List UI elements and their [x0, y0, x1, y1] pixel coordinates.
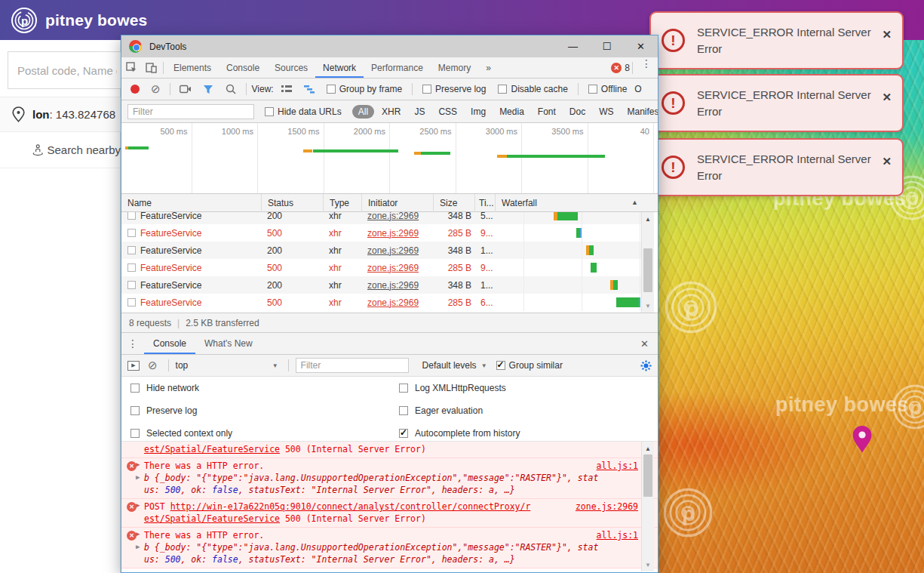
table-row[interactable]: FeatureService 500 xhr zone.js:2969 285 …	[121, 259, 641, 276]
scroll-up-icon[interactable]: ▲	[642, 443, 654, 454]
console-settings-gear-icon[interactable]	[640, 360, 652, 371]
table-row[interactable]: FeatureService 200 xhr zone.js:2969 348 …	[121, 212, 641, 224]
scrollbar-thumb[interactable]	[643, 454, 652, 497]
type-filter-manifest[interactable]: Manifest	[622, 105, 658, 119]
console-source-link[interactable]: zone.js:2969	[576, 501, 638, 513]
console-error-continuation[interactable]: est/Spatial/FeatureService 500 (Internal…	[121, 442, 658, 458]
hide-data-urls-checkbox[interactable]: Hide data URLs	[265, 106, 342, 117]
row-checkbox[interactable]	[127, 281, 136, 289]
initiator-link[interactable]: zone.js:2969	[367, 280, 419, 291]
record-button[interactable]	[130, 85, 140, 94]
type-filter-font[interactable]: Font	[532, 105, 562, 119]
network-filter-input[interactable]	[127, 104, 254, 119]
scroll-up-icon[interactable]: ▲	[642, 214, 654, 224]
column-header-initiator[interactable]: Initiator	[361, 194, 433, 212]
console-error-message[interactable]: ✕ ▶ There was a HTTP error. all.js:1 ▶ b…	[121, 458, 658, 499]
tab-sources[interactable]: Sources	[267, 57, 315, 78]
close-button[interactable]: ✕	[624, 35, 658, 57]
more-tabs-chevron[interactable]: »	[478, 57, 499, 78]
tab-console[interactable]: Console	[144, 333, 195, 354]
view-list-icon[interactable]	[277, 85, 296, 94]
minimize-button[interactable]: —	[556, 35, 590, 57]
type-filter-ws[interactable]: WS	[593, 105, 619, 119]
console-link[interactable]: est/Spatial/FeatureService	[144, 513, 280, 524]
clear-icon[interactable]: ⊘	[151, 82, 161, 96]
console-link[interactable]: http://win-e17a622n05q:9010/connect/anal…	[170, 501, 531, 512]
inspect-element-icon[interactable]	[121, 57, 141, 78]
search-icon[interactable]	[221, 84, 241, 94]
disable-cache-checkbox[interactable]: Disable cache	[498, 84, 567, 94]
type-filter-all[interactable]: All	[352, 105, 374, 119]
table-row[interactable]: FeatureService 500 xhr zone.js:2969 285 …	[121, 294, 641, 311]
initiator-link[interactable]: zone.js:2969	[367, 245, 419, 256]
devtools-titlebar[interactable]: DevTools — ☐ ✕	[121, 35, 658, 57]
tab-elements[interactable]: Elements	[166, 57, 219, 78]
expand-triangle-icon[interactable]: ▶	[136, 461, 140, 468]
toast-close-icon[interactable]: ✕	[882, 155, 892, 168]
setting-selected-context-only[interactable]: Selected context only	[130, 428, 232, 439]
console-scrollbar[interactable]: ▲ ▼	[641, 442, 654, 571]
group-similar-checkbox[interactable]: Group similar	[496, 360, 563, 371]
setting-hide-network[interactable]: Hide network	[130, 383, 199, 393]
initiator-link[interactable]: zone.js:2969	[367, 263, 419, 273]
clear-console-icon[interactable]: ⊘	[148, 359, 158, 372]
preserve-log-checkbox[interactable]: Preserve log	[422, 84, 486, 94]
network-overview-timeline[interactable]: 500 ms1000 ms1500 ms2000 ms2500 ms3000 m…	[121, 123, 658, 194]
tab-network[interactable]: Network	[315, 57, 364, 78]
initiator-link[interactable]: zone.js:2969	[367, 297, 419, 308]
search-input[interactable]	[8, 51, 127, 89]
row-checkbox[interactable]	[127, 298, 136, 307]
online-dropdown-clipped[interactable]: O	[634, 84, 641, 94]
tab-memory[interactable]: Memory	[431, 57, 478, 78]
sort-arrow-icon[interactable]: ▲	[631, 199, 638, 206]
context-selector[interactable]: top▼	[176, 360, 281, 371]
console-sidebar-toggle-icon[interactable]: ▶	[127, 361, 140, 371]
scrollbar-thumb[interactable]	[643, 248, 652, 292]
column-header-type[interactable]: Type	[323, 194, 361, 212]
search-nearby-button[interactable]: Search nearby	[0, 132, 121, 168]
console-error-message[interactable]: ✕ ▶ There was a HTTP error. all.js:1 ▶ b…	[121, 528, 658, 568]
column-header-time[interactable]: Ti...	[474, 194, 495, 212]
error-count-badge[interactable]: ✕ 8	[611, 57, 630, 78]
table-row[interactable]: FeatureService 200 xhr zone.js:2969 348 …	[121, 276, 641, 294]
type-filter-doc[interactable]: Doc	[563, 105, 591, 119]
expand-triangle-icon[interactable]: ▶	[136, 501, 140, 509]
tab-console[interactable]: Console	[219, 57, 267, 78]
drawer-close-icon[interactable]: ✕	[631, 333, 658, 354]
toast-close-icon[interactable]: ✕	[882, 28, 892, 42]
devtools-menu-icon[interactable]: ⋮	[635, 57, 658, 78]
column-header-status[interactable]: Status	[261, 194, 323, 212]
type-filter-img[interactable]: Img	[465, 105, 492, 119]
drawer-menu-icon[interactable]: ⋮	[121, 337, 144, 350]
view-waterfall-icon[interactable]	[299, 85, 319, 94]
tab-whats-new[interactable]: What's New	[195, 333, 262, 354]
type-filter-css[interactable]: CSS	[432, 105, 463, 119]
type-filter-js[interactable]: JS	[408, 105, 431, 119]
initiator-link[interactable]: zone.js:2969	[367, 212, 419, 221]
initiator-link[interactable]: zone.js:2969	[367, 228, 419, 239]
log-levels-dropdown[interactable]: Default levels▼	[422, 360, 487, 371]
toast-close-icon[interactable]: ✕	[882, 91, 892, 104]
group-by-frame-checkbox[interactable]: Group by frame	[327, 84, 402, 94]
console-source-link[interactable]: all.js:1	[597, 460, 638, 472]
row-checkbox[interactable]	[127, 229, 136, 237]
scroll-down-icon[interactable]: ▼	[642, 300, 654, 311]
expand-triangle-icon[interactable]: ▶	[136, 473, 140, 481]
console-error-message[interactable]: ✕ ▶ POST http://win-e17a622n05q:9010/con…	[121, 499, 658, 528]
expand-triangle-icon[interactable]: ▶	[136, 530, 140, 538]
table-row[interactable]: FeatureService 200 xhr zone.js:2969 348 …	[121, 242, 641, 259]
setting-autocomplete-from-history[interactable]: Autocomplete from history	[399, 428, 520, 439]
row-checkbox[interactable]	[127, 212, 136, 220]
column-header-name[interactable]: Name	[121, 194, 261, 212]
longitude-row[interactable]: lon: 143.824768	[0, 97, 121, 132]
setting-eager-evaluation[interactable]: Eager evaluation	[399, 405, 483, 416]
setting-log-xmlhttprequests[interactable]: Log XMLHttpRequests	[399, 383, 506, 393]
type-filter-xhr[interactable]: XHR	[376, 105, 407, 119]
type-filter-media[interactable]: Media	[493, 105, 530, 119]
map-pin-icon[interactable]	[852, 425, 873, 454]
maximize-button[interactable]: ☐	[590, 35, 624, 57]
expand-triangle-icon[interactable]: ▶	[136, 543, 140, 550]
screenshot-camera-icon[interactable]	[176, 85, 195, 94]
scroll-down-icon[interactable]: ▼	[642, 559, 654, 570]
offline-checkbox[interactable]: Offline	[588, 84, 627, 94]
